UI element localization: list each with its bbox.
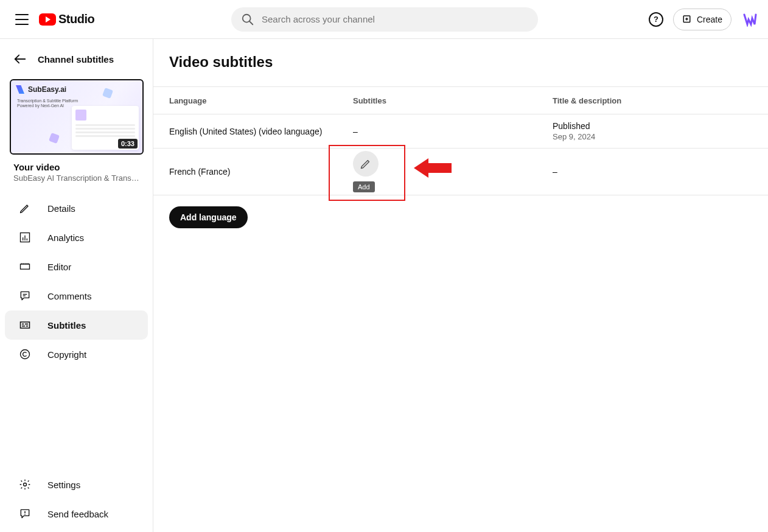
gear-icon <box>18 478 32 491</box>
studio-label: Studio <box>58 12 94 26</box>
sidebar-nav: Details Analytics Editor Comments <box>0 194 153 470</box>
row-title-desc: Published Sep 9, 2024 <box>553 121 768 141</box>
thumb-subtitle-2: Powered by Next-Gen AI <box>17 103 78 108</box>
svg-point-26 <box>21 350 30 359</box>
search-bar[interactable] <box>231 7 538 32</box>
video-title: SubEasy AI Transcription & Translati… <box>13 173 139 183</box>
sidebar-bottom: Settings Send feedback <box>0 470 153 528</box>
svg-marker-30 <box>414 158 452 178</box>
row-title-desc: – <box>553 167 768 177</box>
sidebar-item-label: Details <box>47 203 75 214</box>
copyright-icon <box>18 348 32 360</box>
sidebar-item-analytics[interactable]: Analytics <box>5 223 148 252</box>
analytics-icon <box>18 231 32 243</box>
thumb-title: SubEasy.ai <box>28 85 66 94</box>
col-language: Language <box>153 96 353 105</box>
row-language: French (France) <box>153 167 353 177</box>
table-header: Language Subtitles Title & description <box>153 86 768 114</box>
subtitles-icon <box>18 319 32 331</box>
add-language-button[interactable]: Add language <box>169 206 248 228</box>
col-subtitles: Subtitles <box>353 96 553 105</box>
add-tooltip: Add <box>353 181 375 192</box>
svg-rect-22 <box>22 326 25 327</box>
row-language: English (United States) (video language) <box>153 127 353 136</box>
pencil-icon <box>18 202 32 214</box>
sidebar-item-label: Editor <box>47 262 71 272</box>
account-avatar[interactable] <box>741 11 758 28</box>
search-icon <box>241 13 254 26</box>
hamburger-menu-button[interactable] <box>10 7 34 32</box>
studio-logo[interactable]: Studio <box>39 12 94 26</box>
arrow-left-icon <box>13 52 27 66</box>
app-header: Studio ? Create <box>0 0 768 39</box>
sidebar-item-label: Settings <box>47 480 80 490</box>
help-icon: ? <box>654 15 658 24</box>
sidebar-item-subtitles[interactable]: Subtitles <box>5 310 148 340</box>
sidebar-item-copyright[interactable]: Copyright <box>5 340 148 369</box>
feedback-icon <box>18 508 32 520</box>
back-button[interactable]: Channel subtitles <box>0 44 153 74</box>
add-subtitle-button[interactable] <box>353 151 379 177</box>
table-row[interactable]: English (United States) (video language)… <box>153 114 768 149</box>
sidebar-item-label: Subtitles <box>47 320 86 331</box>
video-thumbnail[interactable]: SubEasy.ai Transcription & Subtitle Plat… <box>10 79 143 155</box>
back-label: Channel subtitles <box>38 54 114 65</box>
video-meta: Your video SubEasy AI Transcription & Tr… <box>0 159 153 189</box>
youtube-play-icon <box>39 13 56 26</box>
svg-point-27 <box>24 483 27 486</box>
help-button[interactable]: ? <box>649 12 663 27</box>
pencil-icon <box>360 158 372 170</box>
hamburger-icon <box>15 14 29 25</box>
col-title-desc: Title & description <box>553 96 768 105</box>
avatar-icon <box>742 12 757 27</box>
sidebar-item-label: Comments <box>47 291 92 301</box>
annotation-arrow <box>414 156 452 182</box>
svg-rect-21 <box>21 322 30 328</box>
thumb-logo-icon <box>16 85 24 94</box>
video-duration: 0:33 <box>118 139 138 149</box>
td-date: Sep 9, 2024 <box>553 132 768 141</box>
header-actions: ? Create <box>649 9 758 30</box>
td-status: Published <box>553 121 768 131</box>
svg-line-4 <box>250 21 253 24</box>
svg-rect-14 <box>21 264 30 269</box>
your-video-label: Your video <box>13 162 139 172</box>
sidebar-item-editor[interactable]: Editor <box>5 252 148 281</box>
svg-rect-24 <box>22 324 24 325</box>
thumb-subtitle-1: Transcription & Subtitle Platform <box>17 99 78 103</box>
svg-point-29 <box>24 514 26 515</box>
sidebar-item-feedback[interactable]: Send feedback <box>5 499 148 528</box>
sidebar-item-details[interactable]: Details <box>5 194 148 223</box>
editor-icon <box>18 261 32 273</box>
sidebar-item-label: Copyright <box>47 349 86 360</box>
sidebar-item-label: Send feedback <box>47 509 108 519</box>
create-button[interactable]: Create <box>673 9 731 30</box>
sidebar-item-label: Analytics <box>47 233 84 243</box>
svg-rect-25 <box>25 324 28 325</box>
main-content: Video subtitles Language Subtitles Title… <box>153 39 768 532</box>
create-plus-icon <box>682 14 693 25</box>
sidebar: Channel subtitles SubEasy.ai Transcripti… <box>0 39 153 532</box>
row-subtitles: Add <box>353 149 553 195</box>
comments-icon <box>18 290 32 302</box>
sidebar-item-settings[interactable]: Settings <box>5 470 148 499</box>
sidebar-item-comments[interactable]: Comments <box>5 281 148 310</box>
svg-rect-23 <box>26 326 28 327</box>
create-label: Create <box>697 15 722 24</box>
search-input[interactable] <box>262 14 538 24</box>
page-title: Video subtitles <box>153 54 768 71</box>
row-subtitles: – <box>353 127 553 136</box>
table-row[interactable]: French (France) Add – <box>153 149 768 195</box>
